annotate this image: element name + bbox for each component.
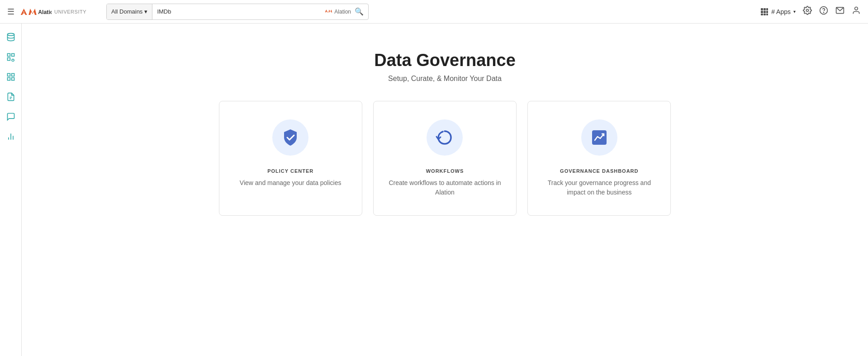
domain-selector[interactable]: All Domains ▾ [107, 4, 152, 19]
hamburger-menu-icon[interactable]: ☰ [7, 7, 14, 17]
governance-dashboard-title: GOVERNANCE DASHBOARD [560, 168, 638, 174]
apps-chevron-icon: ▾ [793, 9, 796, 14]
content-area: Data Governance Setup, Curate, & Monitor… [22, 24, 868, 356]
svg-rect-5 [764, 11, 766, 13]
workflows-title: WORKFLOWS [426, 168, 464, 174]
sidebar [0, 24, 22, 356]
policy-center-desc: View and manage your data policies [240, 178, 342, 188]
governance-dashboard-card[interactable]: GOVERNANCE DASHBOARD Track your governan… [527, 101, 671, 216]
refresh-cycle-icon [435, 128, 455, 147]
university-label: UNIVERSITY [54, 9, 86, 14]
help-icon[interactable] [819, 6, 828, 17]
svg-rect-20 [11, 74, 14, 76]
sidebar-item-docs[interactable] [3, 89, 19, 105]
svg-rect-19 [7, 74, 10, 76]
svg-rect-21 [7, 78, 10, 81]
alation-small-logo [325, 9, 332, 15]
workflows-icon-wrapper [427, 119, 463, 156]
svg-point-10 [806, 9, 809, 12]
search-query-text: IMDb [157, 8, 322, 15]
governance-dashboard-icon-wrapper [581, 119, 617, 156]
logo-area: Alation UNIVERSITY [20, 5, 86, 18]
svg-rect-3 [766, 8, 768, 10]
workflows-card[interactable]: WORKFLOWS Create workflows to automate a… [373, 101, 517, 216]
alation-search-badge: Alation [325, 9, 351, 15]
shield-check-icon [280, 128, 300, 147]
apps-grid-icon [760, 8, 768, 16]
policy-center-icon-wrapper [272, 119, 308, 156]
page-subtitle: Setup, Curate, & Monitor Your Data [388, 75, 502, 83]
search-submit-icon[interactable]: 🔍 [355, 7, 364, 16]
notifications-icon[interactable] [835, 6, 844, 17]
search-bar: All Domains ▾ IMDb Alation 🔍 [106, 4, 369, 20]
svg-rect-16 [7, 54, 10, 57]
chart-check-icon [589, 128, 609, 147]
policy-center-title: POLICY CENTER [267, 168, 313, 174]
svg-rect-6 [766, 11, 768, 13]
search-input-area[interactable]: IMDb Alation 🔍 [152, 7, 368, 16]
sidebar-item-sources[interactable] [3, 49, 19, 65]
svg-rect-9 [766, 14, 768, 15]
sidebar-item-analytics[interactable] [3, 128, 19, 145]
sidebar-item-conversations[interactable] [3, 109, 19, 125]
apps-label: # Apps [771, 8, 791, 15]
svg-rect-2 [764, 8, 766, 10]
governance-dashboard-desc: Track your governance progress and impac… [541, 178, 657, 197]
nav-right: # Apps ▾ [760, 6, 861, 17]
svg-rect-17 [11, 54, 14, 57]
apps-button[interactable]: # Apps ▾ [760, 8, 796, 16]
svg-rect-8 [764, 14, 766, 15]
page-title: Data Governance [374, 51, 516, 70]
settings-icon[interactable] [803, 6, 812, 17]
domain-label: All Domains [111, 8, 142, 15]
policy-center-card[interactable]: POLICY CENTER View and manage your data … [219, 101, 362, 216]
workflows-desc: Create workflows to automate actions in … [387, 178, 503, 197]
svg-point-14 [855, 7, 858, 10]
svg-point-15 [7, 33, 14, 36]
sidebar-item-catalog[interactable] [3, 29, 19, 45]
cards-container: POLICY CENTER View and manage your data … [219, 101, 671, 216]
sidebar-item-grid[interactable] [3, 69, 19, 85]
alation-logo: Alation [20, 5, 52, 18]
svg-text:Alation: Alation [38, 9, 52, 15]
svg-rect-7 [761, 14, 763, 15]
svg-rect-4 [761, 11, 763, 13]
svg-rect-18 [7, 58, 10, 61]
main-layout: Data Governance Setup, Curate, & Monitor… [0, 24, 868, 356]
svg-rect-1 [761, 8, 763, 10]
domain-chevron-icon: ▾ [144, 8, 147, 15]
top-nav: ☰ Alation UNIVERSITY All Domains ▾ IMDb … [0, 0, 868, 24]
user-profile-icon[interactable] [852, 6, 861, 17]
svg-rect-22 [11, 78, 14, 81]
alation-badge-label: Alation [334, 9, 351, 15]
